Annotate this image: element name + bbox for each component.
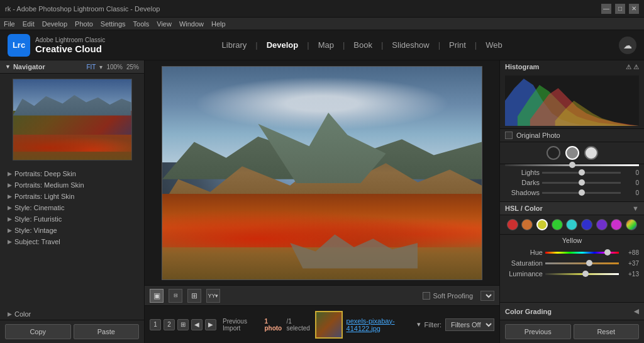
zoom-button[interactable]: YY▾ <box>206 289 220 303</box>
original-photo-checkbox[interactable] <box>505 132 513 139</box>
preset-item-style-cinematic[interactable]: ▶ Style: Cinematic <box>0 202 144 213</box>
luminance-track[interactable] <box>545 273 619 275</box>
filmstrip-prev-button[interactable]: ◀ <box>191 319 203 330</box>
close-button[interactable]: ✕ <box>629 4 639 14</box>
logo-subtitle: Adobe Lightroom Classic <box>35 37 105 43</box>
menu-tools[interactable]: Tools <box>133 20 150 28</box>
filmstrip-grid-button[interactable]: ⊞ <box>177 319 189 330</box>
tab-develop[interactable]: Develop <box>260 38 305 52</box>
menu-settings[interactable]: Settings <box>101 20 126 28</box>
preset-item-portraits-medium[interactable]: ▶ Portraits: Medium Skin <box>0 179 144 191</box>
swatch-blue[interactable] <box>581 219 592 230</box>
lights-track[interactable] <box>542 172 621 174</box>
main-image <box>162 66 482 280</box>
preset-item-style-vintage[interactable]: ▶ Style: Vintage <box>0 225 144 236</box>
tone-thumb[interactable] <box>569 162 575 168</box>
navigator-header: ▼ Navigator FIT ▾ 100% 25% <box>0 60 144 74</box>
menu-photo[interactable]: Photo <box>75 20 93 28</box>
soft-proofing-toggle[interactable]: Soft Proofing <box>423 292 473 300</box>
nav-separator: | <box>381 40 383 50</box>
window-controls[interactable]: — □ ✕ <box>601 4 639 14</box>
navigator-controls[interactable]: FIT ▾ 100% 25% <box>86 64 139 70</box>
preset-item-portraits-light[interactable]: ▶ Portraits: Light Skin <box>0 191 144 202</box>
filmstrip-btn-2[interactable]: 2 <box>164 319 175 330</box>
menu-file[interactable]: File <box>4 20 15 28</box>
shadows-track[interactable] <box>542 192 621 194</box>
filmstrip-next-button[interactable]: ▶ <box>205 319 216 330</box>
swatch-aqua[interactable] <box>566 219 577 230</box>
filmstrip-filename[interactable]: pexels-pixabay-414122.jpg <box>347 317 413 332</box>
menu-view[interactable]: View <box>157 20 172 28</box>
swatch-green[interactable] <box>552 219 563 230</box>
soft-proofing-checkbox[interactable] <box>423 292 430 300</box>
previous-button[interactable]: Previous <box>505 324 571 339</box>
tab-web[interactable]: Web <box>479 38 509 52</box>
minimize-button[interactable]: — <box>601 4 611 14</box>
maximize-button[interactable]: □ <box>615 4 625 14</box>
hue-track[interactable] <box>545 252 619 254</box>
navigator-zoom100-button[interactable]: 100% <box>106 64 123 70</box>
preset-item-portraits-deep[interactable]: ▶ Portraits: Deep Skin <box>0 168 144 179</box>
swatch-purple[interactable] <box>596 219 608 230</box>
color-section-item[interactable]: ▶ Color <box>0 308 144 320</box>
filmstrip-btn-1[interactable]: 1 <box>150 319 161 330</box>
histogram-section: Histogram ⚠ ⚠ <box>500 60 644 129</box>
lights-value: 0 <box>623 169 639 176</box>
cloud-sync-icon[interactable]: ☁ <box>619 37 636 54</box>
preset-item-style-futuristic[interactable]: ▶ Style: Futuristic <box>0 213 144 225</box>
original-photo-row: Original Photo <box>500 129 644 142</box>
saturation-track[interactable] <box>545 262 619 264</box>
compare-button[interactable]: ⊞ <box>187 289 201 303</box>
filter-dropdown[interactable]: Filters Off <box>445 318 494 331</box>
tab-book[interactable]: Book <box>347 38 379 52</box>
tab-print[interactable]: Print <box>443 38 472 52</box>
paste-button[interactable]: Paste <box>74 324 140 339</box>
menu-edit[interactable]: Edit <box>23 20 35 28</box>
preset-arrow-icon: ▶ <box>8 239 12 245</box>
crop-tool-button[interactable]: ▣ <box>150 289 164 303</box>
saturation-thumb[interactable] <box>586 260 592 266</box>
preset-label: Subject: Travel <box>14 238 60 245</box>
tone-track[interactable] <box>505 164 639 166</box>
swatch-magenta[interactable] <box>611 219 622 230</box>
color-grading-section[interactable]: Color Grading ◀ <box>500 302 644 320</box>
color-grading-label: Color Grading <box>505 308 552 315</box>
hsl-collapse-icon[interactable]: ▼ <box>632 205 639 212</box>
grid-view-button[interactable]: ⊟ <box>169 289 182 303</box>
preset-arrow-icon: ▶ <box>8 193 12 200</box>
swatch-red[interactable] <box>507 219 518 230</box>
tab-map[interactable]: Map <box>312 38 340 52</box>
menu-window[interactable]: Window <box>179 20 204 28</box>
tab-library[interactable]: Library <box>216 38 253 52</box>
lights-thumb[interactable] <box>579 169 585 176</box>
copy-button[interactable]: Copy <box>5 324 71 339</box>
menu-help[interactable]: Help <box>211 20 226 28</box>
darks-thumb[interactable] <box>579 179 585 186</box>
preset-label: Style: Futuristic <box>14 215 62 223</box>
filmstrip-thumbnail[interactable] <box>315 311 343 339</box>
soft-proofing-dropdown[interactable] <box>480 291 494 301</box>
hue-thumb[interactable] <box>604 249 611 256</box>
darks-label: Darks <box>505 179 540 186</box>
preset-item-subject-travel[interactable]: ▶ Subject: Travel <box>0 236 144 247</box>
filmstrip-filename-arrow[interactable]: ▾ <box>417 320 421 329</box>
darks-track[interactable] <box>542 182 621 184</box>
reset-button[interactable]: Reset <box>574 324 640 339</box>
shadows-circle[interactable] <box>547 146 560 160</box>
highlights-circle[interactable] <box>584 146 598 160</box>
midtones-circle[interactable] <box>565 146 579 160</box>
soft-proofing-select[interactable] <box>480 291 494 301</box>
menu-develop[interactable]: Develop <box>42 20 67 28</box>
swatch-all[interactable] <box>626 219 637 230</box>
tab-slideshow[interactable]: Slideshow <box>386 38 435 52</box>
preset-label: Portraits: Light Skin <box>14 193 74 200</box>
soft-proofing-label: Soft Proofing <box>433 292 473 300</box>
swatch-yellow[interactable] <box>536 219 548 230</box>
navigator-zoom25-button[interactable]: 25% <box>126 64 139 70</box>
luminance-thumb[interactable] <box>582 271 589 277</box>
swatch-orange[interactable] <box>521 219 533 230</box>
shadows-thumb[interactable] <box>579 189 585 196</box>
navigator-fit-button[interactable]: FIT <box>86 64 96 70</box>
luminance-label: Luminance <box>505 270 543 278</box>
logo-text: Adobe Lightroom Classic Creative Cloud <box>35 37 105 54</box>
